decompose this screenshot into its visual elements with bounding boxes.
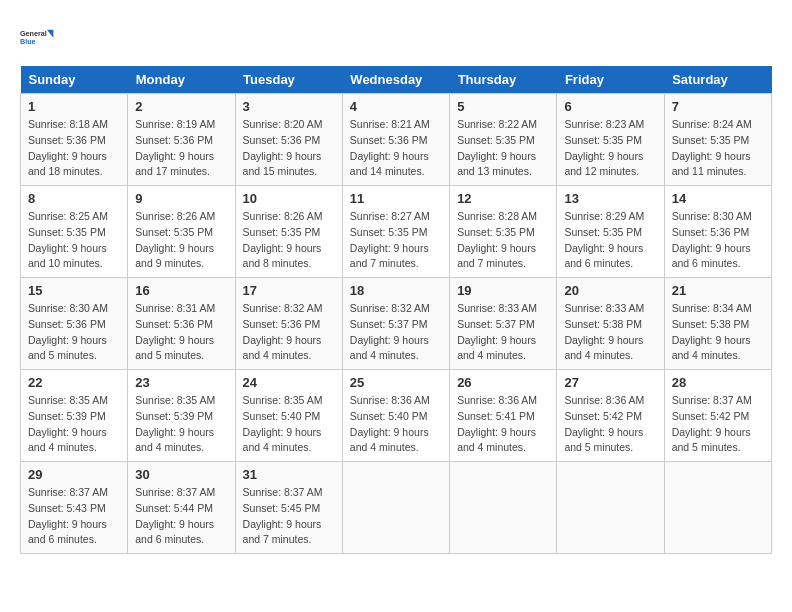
calendar-cell: 10Sunrise: 8:26 AMSunset: 5:35 PMDayligh… xyxy=(235,186,342,278)
day-number: 9 xyxy=(135,191,227,206)
calendar-cell: 14Sunrise: 8:30 AMSunset: 5:36 PMDayligh… xyxy=(664,186,771,278)
calendar-cell xyxy=(450,462,557,554)
header: GeneralBlue xyxy=(20,20,772,56)
calendar-cell: 23Sunrise: 8:35 AMSunset: 5:39 PMDayligh… xyxy=(128,370,235,462)
day-number: 16 xyxy=(135,283,227,298)
calendar-cell: 11Sunrise: 8:27 AMSunset: 5:35 PMDayligh… xyxy=(342,186,449,278)
calendar-cell: 1Sunrise: 8:18 AMSunset: 5:36 PMDaylight… xyxy=(21,94,128,186)
day-info: Sunrise: 8:22 AMSunset: 5:35 PMDaylight:… xyxy=(457,117,549,180)
calendar-cell: 27Sunrise: 8:36 AMSunset: 5:42 PMDayligh… xyxy=(557,370,664,462)
day-number: 31 xyxy=(243,467,335,482)
calendar-cell: 7Sunrise: 8:24 AMSunset: 5:35 PMDaylight… xyxy=(664,94,771,186)
day-info: Sunrise: 8:26 AMSunset: 5:35 PMDaylight:… xyxy=(243,209,335,272)
calendar-cell: 28Sunrise: 8:37 AMSunset: 5:42 PMDayligh… xyxy=(664,370,771,462)
calendar-week-row: 1Sunrise: 8:18 AMSunset: 5:36 PMDaylight… xyxy=(21,94,772,186)
day-info: Sunrise: 8:20 AMSunset: 5:36 PMDaylight:… xyxy=(243,117,335,180)
day-info: Sunrise: 8:35 AMSunset: 5:39 PMDaylight:… xyxy=(28,393,120,456)
day-info: Sunrise: 8:26 AMSunset: 5:35 PMDaylight:… xyxy=(135,209,227,272)
calendar-week-row: 8Sunrise: 8:25 AMSunset: 5:35 PMDaylight… xyxy=(21,186,772,278)
day-info: Sunrise: 8:37 AMSunset: 5:45 PMDaylight:… xyxy=(243,485,335,548)
day-info: Sunrise: 8:37 AMSunset: 5:42 PMDaylight:… xyxy=(672,393,764,456)
day-number: 7 xyxy=(672,99,764,114)
calendar-cell: 2Sunrise: 8:19 AMSunset: 5:36 PMDaylight… xyxy=(128,94,235,186)
day-number: 8 xyxy=(28,191,120,206)
calendar-cell: 3Sunrise: 8:20 AMSunset: 5:36 PMDaylight… xyxy=(235,94,342,186)
day-info: Sunrise: 8:30 AMSunset: 5:36 PMDaylight:… xyxy=(28,301,120,364)
day-info: Sunrise: 8:19 AMSunset: 5:36 PMDaylight:… xyxy=(135,117,227,180)
day-info: Sunrise: 8:30 AMSunset: 5:36 PMDaylight:… xyxy=(672,209,764,272)
day-info: Sunrise: 8:34 AMSunset: 5:38 PMDaylight:… xyxy=(672,301,764,364)
calendar-cell xyxy=(664,462,771,554)
svg-marker-2 xyxy=(47,30,53,38)
day-number: 17 xyxy=(243,283,335,298)
calendar-cell xyxy=(342,462,449,554)
calendar-cell: 20Sunrise: 8:33 AMSunset: 5:38 PMDayligh… xyxy=(557,278,664,370)
calendar-cell: 26Sunrise: 8:36 AMSunset: 5:41 PMDayligh… xyxy=(450,370,557,462)
day-number: 24 xyxy=(243,375,335,390)
day-info: Sunrise: 8:31 AMSunset: 5:36 PMDaylight:… xyxy=(135,301,227,364)
day-number: 22 xyxy=(28,375,120,390)
svg-text:Blue: Blue xyxy=(20,37,36,46)
day-number: 12 xyxy=(457,191,549,206)
day-number: 11 xyxy=(350,191,442,206)
weekday-header: Tuesday xyxy=(235,66,342,94)
calendar-cell: 17Sunrise: 8:32 AMSunset: 5:36 PMDayligh… xyxy=(235,278,342,370)
logo-icon: GeneralBlue xyxy=(20,20,56,56)
day-number: 19 xyxy=(457,283,549,298)
day-number: 5 xyxy=(457,99,549,114)
day-number: 18 xyxy=(350,283,442,298)
calendar-cell: 15Sunrise: 8:30 AMSunset: 5:36 PMDayligh… xyxy=(21,278,128,370)
weekday-header: Friday xyxy=(557,66,664,94)
day-info: Sunrise: 8:23 AMSunset: 5:35 PMDaylight:… xyxy=(564,117,656,180)
calendar-cell: 29Sunrise: 8:37 AMSunset: 5:43 PMDayligh… xyxy=(21,462,128,554)
calendar-cell: 6Sunrise: 8:23 AMSunset: 5:35 PMDaylight… xyxy=(557,94,664,186)
day-number: 30 xyxy=(135,467,227,482)
day-info: Sunrise: 8:32 AMSunset: 5:36 PMDaylight:… xyxy=(243,301,335,364)
calendar-cell xyxy=(557,462,664,554)
day-info: Sunrise: 8:36 AMSunset: 5:41 PMDaylight:… xyxy=(457,393,549,456)
weekday-header-row: SundayMondayTuesdayWednesdayThursdayFrid… xyxy=(21,66,772,94)
day-info: Sunrise: 8:27 AMSunset: 5:35 PMDaylight:… xyxy=(350,209,442,272)
calendar-cell: 9Sunrise: 8:26 AMSunset: 5:35 PMDaylight… xyxy=(128,186,235,278)
day-info: Sunrise: 8:33 AMSunset: 5:37 PMDaylight:… xyxy=(457,301,549,364)
day-number: 15 xyxy=(28,283,120,298)
day-number: 10 xyxy=(243,191,335,206)
day-number: 13 xyxy=(564,191,656,206)
calendar-cell: 24Sunrise: 8:35 AMSunset: 5:40 PMDayligh… xyxy=(235,370,342,462)
day-info: Sunrise: 8:28 AMSunset: 5:35 PMDaylight:… xyxy=(457,209,549,272)
day-number: 4 xyxy=(350,99,442,114)
day-number: 3 xyxy=(243,99,335,114)
calendar-cell: 19Sunrise: 8:33 AMSunset: 5:37 PMDayligh… xyxy=(450,278,557,370)
day-info: Sunrise: 8:33 AMSunset: 5:38 PMDaylight:… xyxy=(564,301,656,364)
day-info: Sunrise: 8:37 AMSunset: 5:44 PMDaylight:… xyxy=(135,485,227,548)
day-number: 25 xyxy=(350,375,442,390)
calendar-cell: 18Sunrise: 8:32 AMSunset: 5:37 PMDayligh… xyxy=(342,278,449,370)
day-info: Sunrise: 8:29 AMSunset: 5:35 PMDaylight:… xyxy=(564,209,656,272)
calendar-week-row: 22Sunrise: 8:35 AMSunset: 5:39 PMDayligh… xyxy=(21,370,772,462)
day-number: 2 xyxy=(135,99,227,114)
calendar-cell: 4Sunrise: 8:21 AMSunset: 5:36 PMDaylight… xyxy=(342,94,449,186)
day-info: Sunrise: 8:35 AMSunset: 5:40 PMDaylight:… xyxy=(243,393,335,456)
calendar-table: SundayMondayTuesdayWednesdayThursdayFrid… xyxy=(20,66,772,554)
calendar-week-row: 15Sunrise: 8:30 AMSunset: 5:36 PMDayligh… xyxy=(21,278,772,370)
day-info: Sunrise: 8:21 AMSunset: 5:36 PMDaylight:… xyxy=(350,117,442,180)
day-number: 28 xyxy=(672,375,764,390)
day-number: 14 xyxy=(672,191,764,206)
day-number: 6 xyxy=(564,99,656,114)
day-info: Sunrise: 8:32 AMSunset: 5:37 PMDaylight:… xyxy=(350,301,442,364)
calendar-cell: 21Sunrise: 8:34 AMSunset: 5:38 PMDayligh… xyxy=(664,278,771,370)
day-info: Sunrise: 8:36 AMSunset: 5:40 PMDaylight:… xyxy=(350,393,442,456)
day-info: Sunrise: 8:36 AMSunset: 5:42 PMDaylight:… xyxy=(564,393,656,456)
calendar-cell: 5Sunrise: 8:22 AMSunset: 5:35 PMDaylight… xyxy=(450,94,557,186)
calendar-cell: 25Sunrise: 8:36 AMSunset: 5:40 PMDayligh… xyxy=(342,370,449,462)
svg-text:General: General xyxy=(20,29,47,38)
day-number: 26 xyxy=(457,375,549,390)
calendar-week-row: 29Sunrise: 8:37 AMSunset: 5:43 PMDayligh… xyxy=(21,462,772,554)
weekday-header: Sunday xyxy=(21,66,128,94)
calendar-cell: 12Sunrise: 8:28 AMSunset: 5:35 PMDayligh… xyxy=(450,186,557,278)
weekday-header: Thursday xyxy=(450,66,557,94)
weekday-header: Wednesday xyxy=(342,66,449,94)
calendar-cell: 31Sunrise: 8:37 AMSunset: 5:45 PMDayligh… xyxy=(235,462,342,554)
weekday-header: Saturday xyxy=(664,66,771,94)
calendar-cell: 22Sunrise: 8:35 AMSunset: 5:39 PMDayligh… xyxy=(21,370,128,462)
